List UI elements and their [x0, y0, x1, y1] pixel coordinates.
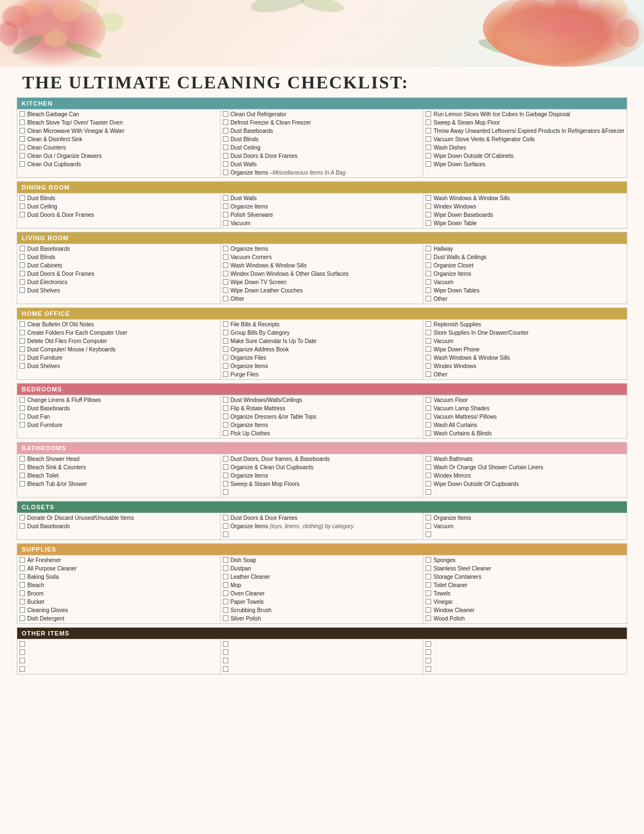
checkbox[interactable] [19, 615, 25, 621]
checkbox[interactable] [19, 599, 25, 604]
checkbox[interactable] [223, 363, 228, 369]
checkbox[interactable] [223, 489, 228, 495]
checkbox[interactable] [19, 321, 25, 327]
checkbox[interactable] [223, 279, 228, 285]
checkbox[interactable] [426, 422, 431, 428]
checkbox[interactable] [223, 120, 228, 125]
checkbox[interactable] [426, 456, 431, 461]
checkbox[interactable] [223, 246, 228, 251]
checkbox[interactable] [19, 271, 25, 276]
checkbox[interactable] [426, 296, 431, 301]
checkbox[interactable] [426, 363, 431, 369]
checkbox[interactable] [426, 464, 431, 470]
checkbox[interactable] [223, 464, 228, 470]
checkbox[interactable] [19, 641, 25, 647]
checkbox[interactable] [19, 649, 25, 655]
checkbox[interactable] [426, 515, 431, 520]
checkbox[interactable] [223, 599, 228, 604]
checkbox[interactable] [426, 145, 431, 150]
checkbox[interactable] [223, 523, 228, 529]
checkbox[interactable] [223, 287, 228, 293]
checkbox[interactable] [426, 111, 431, 117]
checkbox[interactable] [426, 271, 431, 276]
checkbox[interactable] [223, 111, 228, 117]
checkbox[interactable] [223, 355, 228, 360]
checkbox[interactable] [19, 607, 25, 613]
checkbox[interactable] [19, 246, 25, 251]
checkbox[interactable] [19, 397, 25, 403]
checkbox[interactable] [223, 128, 228, 133]
checkbox[interactable] [426, 641, 431, 647]
checkbox[interactable] [426, 355, 431, 360]
checkbox[interactable] [426, 599, 431, 604]
checkbox[interactable] [426, 489, 431, 495]
checkbox[interactable] [426, 523, 431, 529]
checkbox[interactable] [426, 607, 431, 613]
checkbox[interactable] [19, 456, 25, 461]
checkbox[interactable] [223, 422, 228, 428]
checkbox[interactable] [19, 287, 25, 293]
checkbox[interactable] [223, 607, 228, 613]
checkbox[interactable] [223, 456, 228, 461]
checkbox[interactable] [19, 590, 25, 596]
checkbox[interactable] [426, 582, 431, 588]
checkbox[interactable] [223, 565, 228, 571]
checkbox[interactable] [223, 481, 228, 487]
checkbox[interactable] [223, 557, 228, 563]
checkbox[interactable] [19, 574, 25, 579]
checkbox[interactable] [426, 649, 431, 655]
checkbox[interactable] [223, 212, 228, 217]
checkbox[interactable] [19, 212, 25, 217]
checkbox[interactable] [19, 473, 25, 478]
checkbox[interactable] [223, 397, 228, 403]
checkbox[interactable] [223, 590, 228, 596]
checkbox[interactable] [19, 658, 25, 663]
checkbox[interactable] [223, 254, 228, 260]
checkbox[interactable] [19, 481, 25, 487]
checkbox[interactable] [426, 405, 431, 411]
checkbox[interactable] [426, 203, 431, 209]
checkbox[interactable] [19, 153, 25, 158]
checkbox[interactable] [426, 338, 431, 344]
checkbox[interactable] [223, 658, 228, 663]
checkbox[interactable] [426, 287, 431, 293]
checkbox[interactable] [426, 574, 431, 579]
checkbox[interactable] [426, 565, 431, 571]
checkbox[interactable] [426, 346, 431, 352]
checkbox[interactable] [19, 582, 25, 588]
checkbox[interactable] [426, 262, 431, 268]
checkbox[interactable] [19, 523, 25, 529]
checkbox[interactable] [19, 111, 25, 117]
checkbox[interactable] [19, 515, 25, 520]
checkbox[interactable] [426, 590, 431, 596]
checkbox[interactable] [223, 574, 228, 579]
checkbox[interactable] [19, 338, 25, 344]
checkbox[interactable] [426, 212, 431, 217]
checkbox[interactable] [19, 414, 25, 419]
checkbox[interactable] [426, 136, 431, 142]
checkbox[interactable] [223, 296, 228, 301]
checkbox[interactable] [426, 473, 431, 478]
checkbox[interactable] [426, 153, 431, 158]
checkbox[interactable] [223, 473, 228, 478]
checkbox[interactable] [223, 346, 228, 352]
checkbox[interactable] [19, 405, 25, 411]
checkbox[interactable] [223, 515, 228, 520]
checkbox[interactable] [223, 371, 228, 377]
checkbox[interactable] [223, 195, 228, 201]
checkbox[interactable] [19, 464, 25, 470]
checkbox[interactable] [19, 262, 25, 268]
checkbox[interactable] [223, 203, 228, 209]
checkbox[interactable] [223, 321, 228, 327]
checkbox[interactable] [223, 405, 228, 411]
checkbox[interactable] [19, 128, 25, 133]
checkbox[interactable] [19, 120, 25, 125]
checkbox[interactable] [426, 481, 431, 487]
checkbox[interactable] [223, 170, 228, 175]
checkbox[interactable] [426, 195, 431, 201]
checkbox[interactable] [19, 203, 25, 209]
checkbox[interactable] [223, 615, 228, 621]
checkbox[interactable] [426, 330, 431, 335]
checkbox[interactable] [223, 262, 228, 268]
checkbox[interactable] [426, 615, 431, 621]
